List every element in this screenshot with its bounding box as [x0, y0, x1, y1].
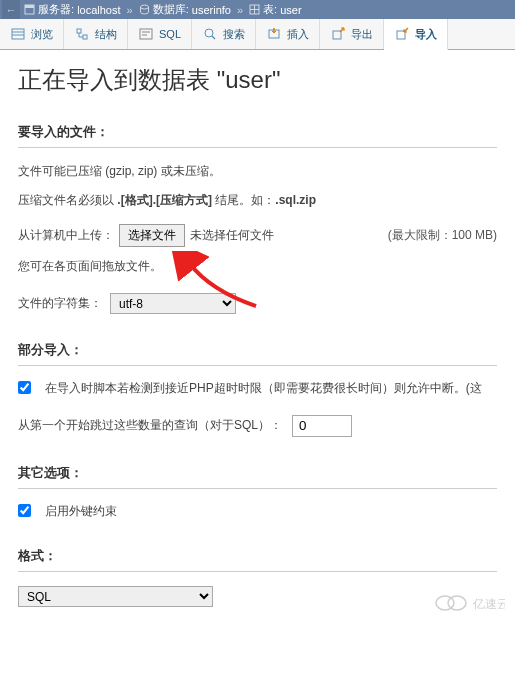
tab-structure[interactable]: 结构 [64, 19, 128, 49]
choose-file-button[interactable]: 选择文件 [119, 224, 185, 247]
tab-label: 结构 [95, 27, 117, 42]
tab-import[interactable]: 导入 [384, 19, 448, 50]
tab-sql[interactable]: SQL [128, 19, 192, 49]
page-title: 正在导入到数据表 "user" [18, 64, 497, 96]
tab-browse[interactable]: 浏览 [0, 19, 64, 49]
filename-hint: 压缩文件名必须以 .[格式].[压缩方式] 结尾。如：.sql.zip [18, 191, 497, 210]
breadcrumb-separator: » [235, 4, 245, 16]
insert-icon [266, 26, 282, 42]
breadcrumb-server-label: 服务器: [38, 2, 74, 17]
section-title-file: 要导入的文件： [18, 124, 497, 148]
drag-hint: 您可在各页面间拖放文件。 [18, 257, 497, 276]
compress-hint: 文件可能已压缩 (gzip, zip) 或未压缩。 [18, 162, 497, 181]
svg-rect-13 [140, 29, 152, 39]
export-icon [330, 26, 346, 42]
fk-checkbox[interactable] [18, 504, 31, 517]
section-other: 其它选项： 启用外键约束 [18, 465, 497, 520]
tab-export[interactable]: 导出 [320, 19, 384, 49]
structure-icon [74, 26, 90, 42]
svg-line-21 [340, 28, 344, 32]
svg-rect-1 [25, 5, 34, 8]
breadcrumb: ← 服务器: localhost » 数据库: userinfo » 表: us… [0, 0, 515, 19]
section-title-format: 格式： [18, 548, 497, 572]
fk-row: 启用外键约束 [18, 503, 497, 520]
upload-row: 从计算机中上传： 选择文件 未选择任何文件 (最大限制：100 MB) [18, 224, 497, 247]
database-icon [139, 4, 150, 15]
back-button[interactable]: ← [2, 0, 20, 19]
svg-point-26 [448, 596, 466, 610]
charset-select[interactable]: utf-8 [110, 293, 236, 314]
charset-label: 文件的字符集： [18, 295, 102, 312]
breadcrumb-db-label: 数据库: [153, 2, 189, 17]
browse-icon [10, 26, 26, 42]
svg-rect-9 [77, 29, 81, 33]
breadcrumb-table[interactable]: 表: user [245, 2, 306, 17]
skip-input[interactable] [292, 415, 352, 437]
allow-interrupt-label: 在导入时脚本若检测到接近PHP超时时限（即需要花费很长时间）则允许中断。(这 [45, 380, 482, 397]
breadcrumb-database[interactable]: 数据库: userinfo [135, 2, 235, 17]
tab-search[interactable]: 搜索 [192, 19, 256, 49]
svg-point-16 [205, 29, 213, 37]
section-title-partial: 部分导入： [18, 342, 497, 366]
svg-line-17 [212, 36, 215, 39]
search-icon [202, 26, 218, 42]
tab-label: 导入 [415, 27, 437, 42]
tab-label: 插入 [287, 27, 309, 42]
svg-point-2 [140, 5, 148, 9]
charset-row: 文件的字符集： utf-8 [18, 293, 497, 314]
fk-label: 启用外键约束 [45, 503, 117, 520]
svg-line-23 [404, 28, 408, 32]
svg-rect-6 [12, 29, 24, 39]
no-file-label: 未选择任何文件 [190, 227, 274, 244]
section-title-other: 其它选项： [18, 465, 497, 489]
section-file: 要导入的文件： 文件可能已压缩 (gzip, zip) 或未压缩。 压缩文件名必… [18, 124, 497, 314]
tab-label: SQL [159, 28, 181, 40]
skip-label: 从第一个开始跳过这些数量的查询（对于SQL）： [18, 417, 282, 434]
breadcrumb-separator: » [125, 4, 135, 16]
tab-label: 搜索 [223, 27, 245, 42]
allow-interrupt-checkbox[interactable] [18, 381, 31, 394]
tab-insert[interactable]: 插入 [256, 19, 320, 49]
svg-rect-20 [333, 31, 341, 39]
section-partial: 部分导入： 在导入时脚本若检测到接近PHP超时时限（即需要花费很长时间）则允许中… [18, 342, 497, 437]
sql-icon [138, 26, 154, 42]
breadcrumb-table-value: user [280, 4, 301, 16]
section-format: 格式： SQL [18, 548, 497, 607]
breadcrumb-server-value: localhost [77, 4, 120, 16]
format-select[interactable]: SQL [18, 586, 213, 607]
tabs: 浏览 结构 SQL 搜索 插入 导出 导入 [0, 19, 515, 50]
svg-text:亿速云: 亿速云 [472, 597, 505, 611]
import-icon [394, 26, 410, 42]
breadcrumb-db-value: userinfo [192, 4, 231, 16]
skip-row: 从第一个开始跳过这些数量的查询（对于SQL）： [18, 415, 497, 437]
tab-label: 浏览 [31, 27, 53, 42]
main-content: 正在导入到数据表 "user" 要导入的文件： 文件可能已压缩 (gzip, z… [0, 50, 515, 621]
max-limit-label: (最大限制：100 MB) [388, 227, 497, 244]
server-icon [24, 4, 35, 15]
breadcrumb-table-label: 表: [263, 2, 277, 17]
svg-rect-10 [83, 35, 87, 39]
upload-label: 从计算机中上传： [18, 227, 114, 244]
watermark: 亿速云 [435, 591, 505, 615]
table-icon [249, 4, 260, 15]
tab-label: 导出 [351, 27, 373, 42]
allow-interrupt-row: 在导入时脚本若检测到接近PHP超时时限（即需要花费很长时间）则允许中断。(这 [18, 380, 497, 397]
breadcrumb-server[interactable]: 服务器: localhost [20, 2, 125, 17]
